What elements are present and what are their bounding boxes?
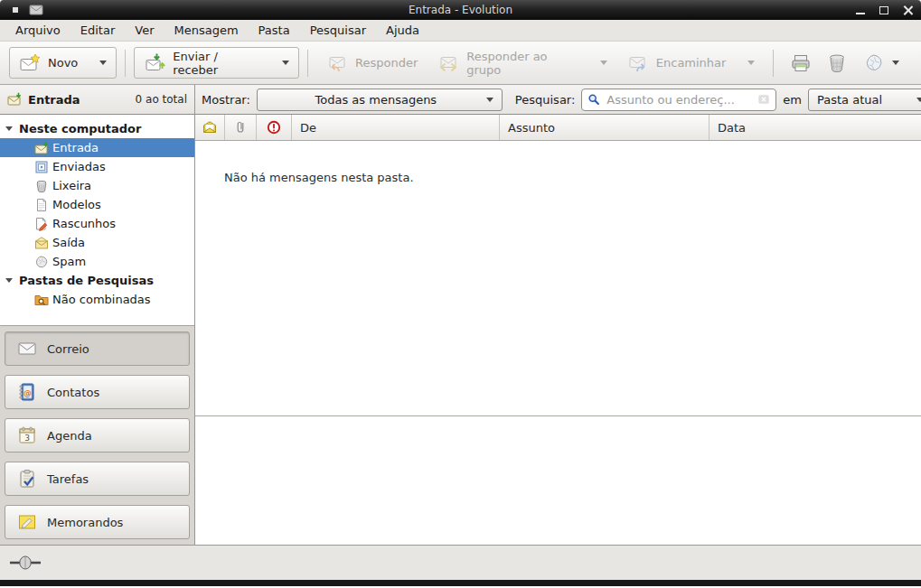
filterbar: Entrada 0 ao total Mostrar: Todas as men… bbox=[0, 85, 921, 115]
column-from-label: De bbox=[300, 121, 316, 135]
column-priority[interactable] bbox=[257, 115, 292, 140]
reply-icon bbox=[326, 52, 348, 74]
new-dropdown-icon[interactable] bbox=[99, 61, 107, 65]
column-date[interactable]: Data bbox=[710, 115, 921, 140]
switcher-agenda-button[interactable]: 3 Agenda bbox=[5, 418, 190, 453]
menu-pasta[interactable]: Pasta bbox=[249, 22, 300, 39]
reply-group-dropdown-icon[interactable] bbox=[600, 61, 607, 65]
reply-button[interactable]: Responder bbox=[316, 47, 428, 79]
search-icon[interactable] bbox=[587, 93, 600, 106]
bottom-strip bbox=[0, 580, 921, 586]
tree-group-search-folders[interactable]: Pastas de Pesquisas bbox=[0, 271, 194, 290]
switcher-correio-button[interactable]: Correio bbox=[5, 331, 190, 366]
print-button[interactable] bbox=[785, 47, 816, 79]
junk-button[interactable] bbox=[858, 47, 889, 79]
show-label: Mostrar: bbox=[202, 93, 250, 107]
search-input[interactable] bbox=[605, 92, 753, 107]
minimize-button[interactable] bbox=[854, 4, 867, 16]
window-menu-dot[interactable] bbox=[13, 7, 18, 13]
scope-conjunction-label: em bbox=[783, 93, 802, 107]
sidebar-item-label: Entrada bbox=[52, 141, 99, 154]
expander-icon[interactable] bbox=[5, 278, 13, 283]
column-attachment[interactable] bbox=[225, 115, 257, 140]
switcher-tarefas-button[interactable]: Tarefas bbox=[5, 462, 190, 496]
send-receive-button[interactable]: Enviar / receber bbox=[134, 47, 299, 79]
sidebar-item-label: Spam bbox=[52, 255, 86, 268]
switcher-label: Contatos bbox=[47, 386, 99, 399]
menu-arquivo[interactable]: Arquivo bbox=[5, 22, 70, 39]
menu-ver[interactable]: Ver bbox=[125, 22, 164, 39]
delete-icon bbox=[826, 52, 848, 74]
window-title: Entrada - Evolution bbox=[0, 0, 921, 20]
read-status-icon bbox=[202, 120, 217, 135]
sidebar-item-saida[interactable]: Saída bbox=[0, 233, 194, 252]
menu-pesquisar[interactable]: Pesquisar bbox=[300, 22, 376, 39]
sidebar-item-spam[interactable]: Spam bbox=[0, 252, 194, 271]
menu-mensagem[interactable]: Mensagem bbox=[164, 22, 249, 39]
templates-icon bbox=[34, 198, 49, 212]
sidebar-item-nao-combinadas[interactable]: Não combinadas bbox=[0, 290, 194, 309]
message-list-pane: De Assunto Data Não há mensagens nesta p… bbox=[195, 115, 921, 545]
search-folder-icon bbox=[34, 293, 49, 307]
search-scope-value: Pasta atual bbox=[817, 93, 916, 107]
forward-dropdown-icon[interactable] bbox=[747, 61, 755, 65]
sidebar-item-entrada[interactable]: Entrada bbox=[0, 138, 194, 157]
switcher-label: Correio bbox=[47, 342, 89, 356]
switcher-memorandos-button[interactable]: Memorandos bbox=[5, 505, 190, 539]
preview-pane bbox=[195, 416, 921, 545]
sidebar-item-lixeira[interactable]: Lixeira bbox=[0, 176, 194, 195]
online-status-icon[interactable] bbox=[9, 555, 42, 570]
sidebar-item-label: Saída bbox=[52, 236, 85, 249]
forward-label: Encaminhar bbox=[656, 56, 727, 70]
reply-group-button[interactable]: Responder ao grupo bbox=[428, 47, 617, 79]
sidebar-item-label: Modelos bbox=[52, 198, 101, 211]
show-filter-dropdown[interactable]: Todas as mensagens bbox=[257, 89, 503, 111]
toolbar-separator bbox=[125, 50, 126, 77]
send-receive-label: Enviar / receber bbox=[173, 50, 260, 77]
toolbar-overflow-button[interactable] bbox=[892, 61, 899, 65]
toolbar-separator bbox=[307, 50, 308, 77]
calendar-icon: 3 bbox=[17, 425, 37, 445]
toolbar-separator bbox=[773, 50, 774, 77]
new-button[interactable]: Novo bbox=[9, 47, 117, 79]
switcher-label: Memorandos bbox=[47, 516, 123, 529]
search-scope-dropdown[interactable]: Pasta atual bbox=[808, 89, 921, 111]
sidebar-item-label: Rascunhos bbox=[52, 217, 116, 230]
column-read-status[interactable] bbox=[195, 115, 225, 140]
search-box bbox=[581, 89, 776, 111]
delete-button[interactable] bbox=[822, 47, 853, 79]
menu-editar[interactable]: Editar bbox=[70, 22, 126, 39]
column-subject-label: Assunto bbox=[508, 121, 555, 135]
sidebar-item-enviadas[interactable]: Enviadas bbox=[0, 157, 194, 176]
chevron-down-icon bbox=[486, 98, 493, 102]
folder-tree: Neste computador Entrada Enviadas Lixeir… bbox=[0, 115, 194, 325]
inbox-icon bbox=[34, 141, 49, 155]
sidebar-item-label: Enviadas bbox=[52, 160, 106, 173]
switcher-contatos-button[interactable]: @ Contatos bbox=[5, 375, 190, 409]
inbox-icon bbox=[7, 92, 22, 107]
tree-group-label: Pastas de Pesquisas bbox=[19, 274, 154, 287]
send-receive-dropdown-icon[interactable] bbox=[282, 61, 289, 65]
menubar: Arquivo Editar Ver Mensagem Pasta Pesqui… bbox=[0, 20, 921, 42]
forward-button[interactable]: Encaminhar bbox=[617, 47, 766, 79]
expander-icon[interactable] bbox=[5, 126, 13, 131]
priority-icon bbox=[267, 120, 281, 135]
column-subject[interactable]: Assunto bbox=[500, 115, 710, 140]
close-button[interactable] bbox=[901, 4, 914, 16]
send-receive-icon bbox=[144, 52, 165, 74]
memos-icon bbox=[17, 512, 37, 532]
column-from[interactable]: De bbox=[292, 115, 500, 140]
current-folder-name: Entrada bbox=[28, 93, 80, 107]
message-list-header: De Assunto Data bbox=[195, 115, 921, 141]
overflow-caret-icon bbox=[892, 61, 899, 65]
sidebar-item-modelos[interactable]: Modelos bbox=[0, 195, 194, 214]
chevron-down-icon bbox=[916, 98, 921, 102]
window-icon bbox=[29, 5, 43, 15]
message-list-body[interactable]: Não há mensagens nesta pasta. bbox=[195, 141, 921, 415]
maximize-button[interactable] bbox=[878, 4, 890, 16]
view-switcher: Correio @ Contatos 3 Agenda Tarefas Memo… bbox=[0, 325, 194, 545]
clear-search-icon[interactable] bbox=[757, 93, 770, 106]
sidebar-item-rascunhos[interactable]: Rascunhos bbox=[0, 214, 194, 233]
menu-ajuda[interactable]: Ajuda bbox=[376, 22, 429, 39]
tree-group-this-computer[interactable]: Neste computador bbox=[0, 119, 194, 138]
